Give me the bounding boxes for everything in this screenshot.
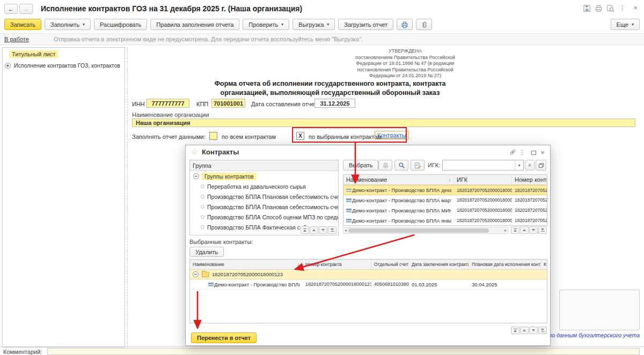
attachment-button[interactable] (416, 19, 432, 30)
transfer-to-report-button[interactable]: Перенести в отчет (191, 332, 257, 343)
collapse-icon[interactable] (193, 173, 199, 179)
igk-clear-button[interactable]: × (525, 160, 535, 171)
report-date-field[interactable]: 31.12.2025 (314, 99, 355, 108)
scrollbar-thumb[interactable] (348, 228, 489, 233)
sort-up-button[interactable] (310, 226, 318, 234)
tree-item[interactable]: Производство БПЛА Плановая себестоимость… (190, 202, 338, 212)
number-column-header[interactable]: Номер контракта (512, 175, 547, 184)
igk-column-header[interactable]: ИГК (454, 175, 512, 184)
sort-down-button[interactable] (319, 226, 327, 234)
bullet-icon (201, 184, 204, 188)
check-button[interactable]: Проверить▾ (243, 19, 289, 30)
sort-top-button[interactable] (511, 226, 519, 234)
save-settings-icon[interactable] (583, 4, 591, 13)
sort-down-button[interactable] (529, 226, 538, 234)
sidebar-item-title-page[interactable]: Титульный лист (9, 50, 58, 58)
table-row[interactable]: Демо-контракт - Производство БПЛА март 2… (343, 195, 547, 205)
sort-down-button[interactable] (529, 327, 538, 334)
select-button[interactable]: Выбрать (343, 160, 378, 171)
export-button[interactable]: Выгрузка▾ (292, 19, 335, 30)
selected-contracts-checkbox[interactable]: X (296, 132, 304, 140)
sort-up-button[interactable] (520, 226, 529, 234)
print-button[interactable] (397, 19, 413, 30)
number-column-header[interactable]: Номер контракта (303, 260, 371, 269)
dialog-close-icon[interactable]: × (538, 148, 547, 157)
contract-icon (208, 282, 214, 287)
fill-button[interactable]: Заполнить▾ (45, 19, 91, 30)
sort-desc-icon[interactable]: ↓ (449, 177, 451, 182)
all-contracts-checkbox[interactable] (209, 132, 217, 140)
table-row[interactable]: Демо-контракт - Производство БПЛА март 2… (190, 279, 547, 290)
table-row[interactable]: Демо-контракт - Производство БПЛА МИНИ 2… (343, 205, 547, 216)
tree-item-root[interactable]: Группы контрактов (190, 171, 338, 181)
table-row[interactable]: Демо-контракт - Производство БПЛА декабр… (343, 185, 547, 195)
save-button[interactable]: Записать (4, 19, 41, 30)
scroll-right-icon[interactable]: ▸ (504, 228, 507, 233)
sort-top-button[interactable] (301, 226, 309, 234)
decipher-button[interactable]: Расшифровать (94, 19, 147, 30)
date-planned-column-header[interactable]: Плановая дата исполнения контракта (469, 260, 541, 269)
sort-top-button[interactable] (511, 327, 519, 334)
sidebar-item-contracts[interactable]: Исполнение контрактов ГОЗ, контрактов (14, 62, 120, 69)
fill-rules-button[interactable]: Правила заполнения отчета (150, 19, 239, 30)
bullet-icon (201, 195, 204, 198)
print-preview-icon[interactable] (595, 4, 603, 13)
contract-icon (346, 197, 352, 203)
tree-item[interactable]: Производство БПЛА Способ оценки МПЗ по с… (190, 212, 338, 222)
igk-open-button[interactable] (536, 160, 546, 171)
igk-dropdown-icon[interactable]: ▾ (515, 160, 523, 170)
igk-filter-input[interactable]: ▾ (442, 160, 524, 171)
sort-bottom-button[interactable] (538, 226, 547, 234)
page-title: Исполнение контрактов ГОЗ на 31 декабря … (41, 4, 302, 13)
load-report-button[interactable]: Загрузить отчет (338, 19, 393, 30)
sort-bottom-button[interactable] (538, 327, 547, 334)
link-icon[interactable] (508, 147, 517, 156)
collapse-icon[interactable] (193, 271, 199, 277)
splitter[interactable] (127, 47, 128, 347)
igk-filter-label: ИГК: (428, 162, 440, 168)
tree-item[interactable]: Производство БПЛА Плановая себестоимость… (190, 191, 338, 202)
bullet-icon (201, 225, 204, 229)
groups-pane: Группа Группы контрактов Переработка из … (189, 160, 339, 235)
favorite-star-icon[interactable]: ☆ (191, 147, 198, 156)
contracts-link-focus: Контракты (375, 131, 409, 139)
contracts-dialog: ☆ Контракты ⋮ × Группа Группы контрактов… (185, 145, 551, 346)
list-settings-icon-button[interactable] (411, 160, 425, 171)
k-column-header[interactable]: К (541, 260, 547, 269)
delete-button[interactable]: Удалить (189, 247, 224, 257)
table-row[interactable]: Демо-контракт - Производство БПЛА январь… (343, 216, 547, 226)
horizontal-scrollbar[interactable]: ◂ ▸ (343, 227, 508, 234)
inn-field[interactable]: 7777777777 (147, 99, 189, 108)
search-icon-button[interactable] (394, 160, 408, 171)
sort-desc-icon[interactable]: ↓ (297, 262, 300, 267)
window-more-icon[interactable]: ⋮ (618, 4, 627, 12)
back-button[interactable]: ← (4, 4, 18, 14)
group-row[interactable]: 1820187207052000018000123 (190, 270, 547, 279)
account-column-header[interactable]: Отдельный счет (371, 260, 409, 269)
selected-contracts-label: по выбранным контрактам (309, 134, 382, 140)
report-form-title: Форма отчета об исполнении государственн… (150, 79, 510, 98)
org-name-field[interactable]: Наша организация (132, 119, 635, 127)
status-state-link[interactable]: В работе (4, 36, 29, 42)
kpp-field[interactable]: 701001001 (211, 99, 245, 108)
contracts-table: Наименование↓ ИГК Номер контракта Демо-к… (343, 174, 547, 226)
bullet-icon (201, 205, 204, 209)
date-signed-column-header[interactable]: Дата заключения контракта (409, 260, 469, 269)
application-window: ← → Исполнение контрактов ГОЗ на 31 дека… (0, 0, 644, 355)
comment-field[interactable] (47, 348, 640, 355)
forward-button[interactable]: → (19, 4, 33, 14)
more-button[interactable]: Еще▾ (611, 19, 640, 30)
maximize-icon[interactable] (531, 150, 536, 156)
group-column-header[interactable]: Группа (190, 160, 338, 171)
contracts-link[interactable]: Контракты (377, 132, 406, 138)
scroll-left-icon[interactable]: ◂ (345, 228, 347, 233)
dropdown-icon: ▾ (281, 22, 283, 27)
find-icon[interactable] (606, 4, 614, 13)
tree-item[interactable]: Переработка из давальческого сырья (190, 181, 338, 191)
sort-up-button[interactable] (520, 327, 529, 334)
expand-icon[interactable] (5, 63, 11, 69)
dialog-more-icon[interactable]: ⋮ (518, 148, 526, 157)
sort-bottom-button[interactable] (328, 226, 336, 234)
bell-icon-button[interactable] (378, 160, 392, 171)
window-close-icon[interactable]: × (631, 4, 640, 12)
